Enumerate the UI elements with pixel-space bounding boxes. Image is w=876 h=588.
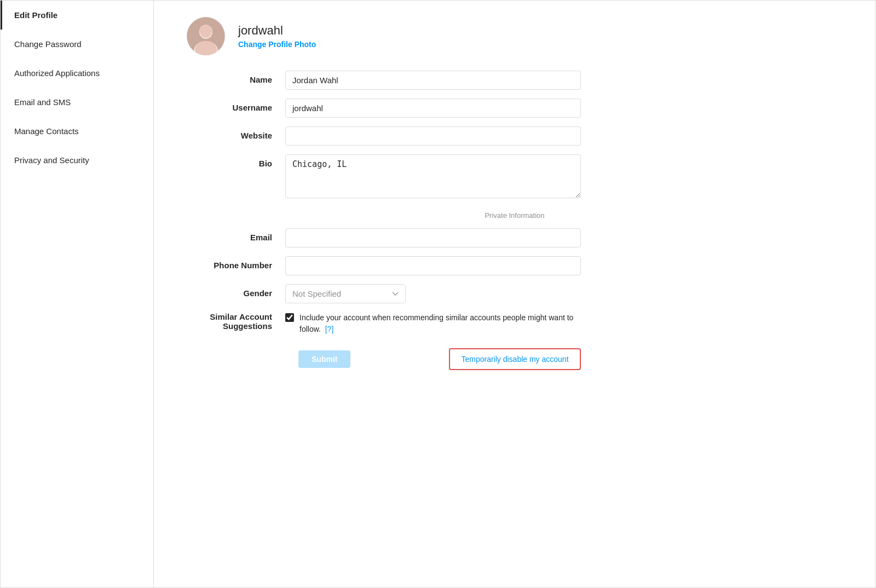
gender-field-wrapper: Not Specified Male Female Custom Prefer … — [285, 284, 581, 303]
sidebar-item-authorized-applications[interactable]: Authorized Applications — [1, 59, 153, 88]
profile-info: jordwahl Change Profile Photo — [238, 24, 316, 49]
username-input[interactable] — [285, 99, 581, 118]
suggestions-help-link[interactable]: [?] — [325, 325, 334, 333]
suggestions-checkbox[interactable] — [285, 313, 294, 322]
sidebar-item-change-password[interactable]: Change Password — [1, 30, 153, 59]
gender-row: Gender Not Specified Male Female Custom … — [187, 284, 843, 303]
username-label: Username — [187, 99, 285, 112]
bio-field: Chicago, IL — [285, 154, 581, 200]
disable-account-link[interactable]: Temporarily disable my account — [449, 348, 580, 370]
phone-label: Phone Number — [187, 256, 285, 270]
email-row: Email — [187, 228, 843, 247]
gender-select[interactable]: Not Specified Male Female Custom Prefer … — [285, 284, 406, 303]
suggestions-text: Include your account when recommending s… — [299, 312, 581, 335]
suggestions-content: Include your account when recommending s… — [285, 312, 581, 335]
profile-header: jordwahl Change Profile Photo — [187, 17, 843, 55]
suggestions-label-text: Similar AccountSuggestions — [210, 312, 272, 331]
main-content: jordwahl Change Profile Photo Name Usern… — [154, 1, 875, 587]
change-photo-link[interactable]: Change Profile Photo — [238, 40, 316, 49]
private-info-label: Private Information — [187, 211, 843, 220]
profile-username: jordwahl — [238, 24, 316, 38]
name-row: Name — [187, 71, 843, 90]
sidebar: Edit Profile Change Password Authorized … — [1, 1, 154, 587]
username-field — [285, 99, 581, 118]
sidebar-item-manage-contacts[interactable]: Manage Contacts — [1, 117, 153, 146]
phone-row: Phone Number — [187, 256, 843, 275]
phone-field-wrapper — [285, 256, 581, 275]
bio-input[interactable]: Chicago, IL — [285, 154, 581, 198]
bio-label: Bio — [187, 154, 285, 168]
sidebar-item-edit-profile[interactable]: Edit Profile — [1, 1, 153, 30]
sidebar-item-privacy-security[interactable]: Privacy and Security — [1, 146, 153, 175]
sidebar-item-email-sms[interactable]: Email and SMS — [1, 88, 153, 117]
website-input[interactable] — [285, 126, 581, 146]
website-row: Website — [187, 126, 843, 146]
bio-row: Bio Chicago, IL — [187, 154, 843, 200]
sidebar-item-label: Authorized Applications — [14, 68, 100, 78]
email-input[interactable] — [285, 228, 581, 247]
avatar — [187, 17, 225, 55]
email-field-wrapper — [285, 228, 581, 247]
name-input[interactable] — [285, 71, 581, 90]
sidebar-item-label: Email and SMS — [14, 97, 71, 107]
suggestions-row: Similar AccountSuggestions Include your … — [187, 312, 843, 335]
submit-button[interactable]: Submit — [298, 350, 350, 368]
sidebar-item-label: Change Password — [14, 39, 82, 49]
sidebar-item-label: Edit Profile — [14, 10, 57, 20]
website-field — [285, 126, 581, 146]
sidebar-item-label: Manage Contacts — [14, 126, 79, 136]
gender-label: Gender — [187, 284, 285, 298]
suggestions-checkbox-wrapper — [285, 313, 294, 324]
phone-input[interactable] — [285, 256, 581, 275]
bottom-actions: Submit Temporarily disable my account — [298, 348, 843, 370]
name-label: Name — [187, 71, 285, 84]
username-row: Username — [187, 99, 843, 118]
suggestions-label: Similar AccountSuggestions — [187, 312, 285, 331]
sidebar-item-label: Privacy and Security — [14, 155, 89, 165]
name-field — [285, 71, 581, 90]
svg-point-4 — [200, 25, 212, 38]
website-label: Website — [187, 126, 285, 140]
email-label: Email — [187, 228, 285, 242]
